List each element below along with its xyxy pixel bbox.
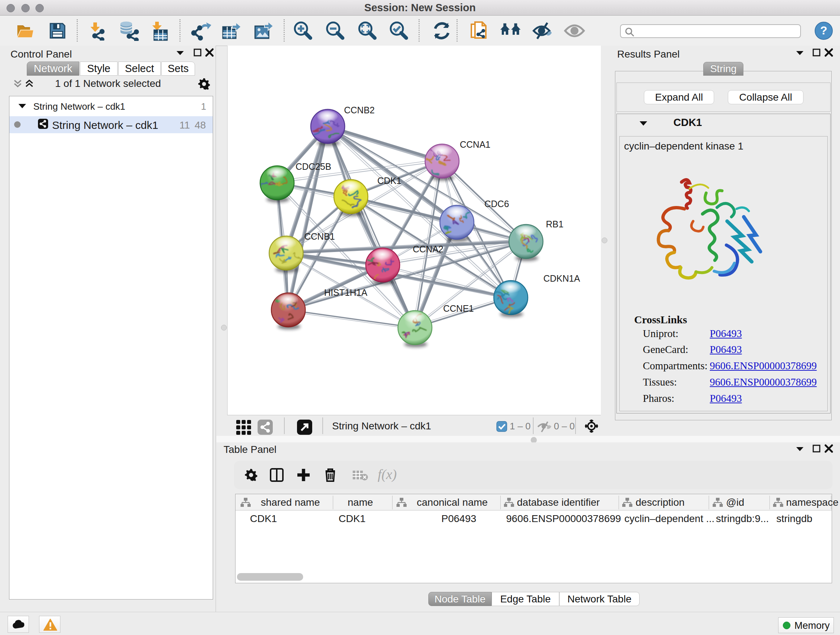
svg-text:CDC6: CDC6	[485, 199, 509, 209]
svg-text:RB1: RB1	[546, 219, 564, 229]
svg-text:CDC25B: CDC25B	[295, 162, 332, 172]
svg-text:HIST1H1A: HIST1H1A	[324, 287, 368, 298]
svg-text:CCNA2: CCNA2	[413, 244, 444, 254]
svg-text:?: ?	[820, 24, 827, 37]
svg-text:CCNB1: CCNB1	[304, 231, 335, 241]
svg-text:CCNA1: CCNA1	[460, 139, 491, 149]
svg-text:CDK1: CDK1	[377, 176, 401, 186]
svg-text:CCNB2: CCNB2	[344, 105, 375, 115]
svg-text:CCNE1: CCNE1	[443, 303, 474, 314]
svg-text:CDKN1A: CDKN1A	[543, 273, 580, 283]
